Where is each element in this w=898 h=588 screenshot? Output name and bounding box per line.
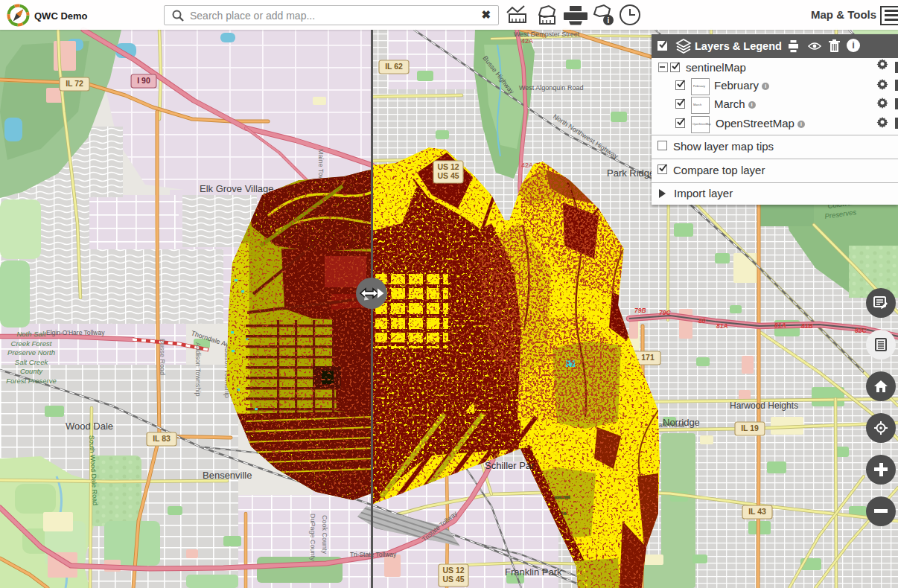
svg-text:Schiller Par: Schiller Par [485, 460, 535, 471]
svg-text:Tri-State Tollway: Tri-State Tollway [350, 551, 397, 558]
svg-text:IL 19: IL 19 [741, 424, 759, 432]
svg-text:81A: 81A [774, 322, 786, 329]
svg-text:US 12: US 12 [442, 566, 464, 575]
svg-text:DuPage County: DuPage County [309, 514, 316, 561]
svg-text:Elgin-O'Hare Tollway: Elgin-O'Hare Tollway [46, 329, 105, 336]
svg-text:I 90: I 90 [137, 76, 150, 85]
svg-text:US 45: US 45 [437, 171, 459, 180]
svg-text:Park Ridge: Park Ridge [607, 167, 655, 179]
svg-text:Franklin Park: Franklin Park [505, 566, 562, 578]
svg-text:82C: 82C [855, 327, 867, 334]
svg-text:US 45: US 45 [442, 575, 464, 584]
svg-text:West Algonquin Road: West Algonquin Road [519, 84, 583, 92]
svg-text:Harwood Heights: Harwood Heights [730, 400, 798, 411]
svg-text:Forest Preserve: Forest Preserve [6, 377, 57, 385]
svg-text:79C: 79C [659, 309, 671, 316]
svg-text:80: 80 [698, 317, 706, 325]
svg-text:Busse Road: Busse Road [159, 339, 166, 375]
svg-text:County: County [20, 367, 43, 375]
svg-text:42A: 42A [521, 162, 533, 169]
svg-text:81A: 81A [716, 322, 728, 330]
svg-text:i: i [608, 16, 610, 25]
svg-text:IL 83: IL 83 [153, 434, 171, 443]
svg-text:US 12: US 12 [437, 162, 459, 171]
svg-text:Noth Salt: Noth Salt [16, 330, 45, 338]
svg-text:IL 72: IL 72 [66, 79, 83, 88]
svg-text:IL 43: IL 43 [748, 507, 766, 516]
svg-text:42A: 42A [521, 37, 533, 45]
svg-text:Creek Forest: Creek Forest [11, 339, 52, 348]
svg-text:81B: 81B [801, 322, 813, 330]
svg-text:79B: 79B [634, 307, 646, 314]
svg-text:Addison Township: Addison Township [194, 342, 202, 396]
svg-text:Wood Dale: Wood Dale [66, 421, 113, 432]
svg-text:Preserve North: Preserve North [7, 348, 55, 357]
svg-text:IL 62: IL 62 [385, 62, 403, 71]
svg-text:Elk Grove Village: Elk Grove Village [200, 183, 273, 194]
svg-text:Bensenville: Bensenville [203, 470, 252, 481]
svg-text:Cook County: Cook County [321, 515, 328, 555]
svg-text:Salt Creek: Salt Creek [15, 358, 49, 366]
